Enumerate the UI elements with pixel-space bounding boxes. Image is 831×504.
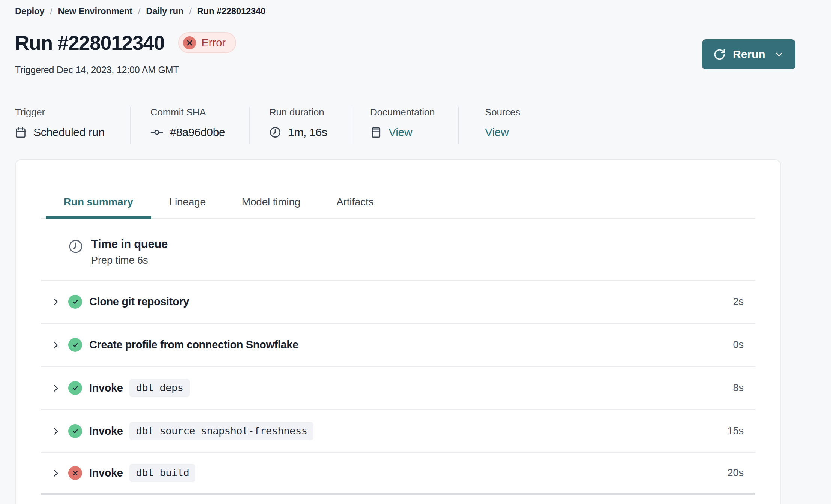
breadcrumb-separator: / <box>50 6 52 16</box>
page-title: Run #228012340 <box>15 33 165 53</box>
error-circle-icon <box>183 36 196 50</box>
step-title: Clone git repository <box>89 296 189 308</box>
clock-icon <box>68 239 83 266</box>
breadcrumb: Deploy / New Environment / Daily run / R… <box>15 6 266 16</box>
chevron-right-icon[interactable] <box>51 297 61 307</box>
step-row-dbt-build[interactable]: Invoke dbt build 20s <box>41 453 755 495</box>
metadata-documentation: Documentation View <box>352 106 458 144</box>
tab-artifacts[interactable]: Artifacts <box>318 196 392 218</box>
header: Run #228012340 Error <box>15 32 236 53</box>
step-duration: 0s <box>733 339 755 351</box>
metadata-sources: Sources View <box>459 106 556 144</box>
chevron-right-icon[interactable] <box>51 383 61 393</box>
command-chip: dbt source snapshot-freshness <box>129 422 314 440</box>
step-title: Invoke <box>89 425 123 437</box>
tab-bar: Run summary Lineage Model timing Artifac… <box>41 160 755 219</box>
metadata-value: Scheduled run <box>33 126 105 139</box>
metadata-commit-sha: Commit SHA #8a96d0be <box>131 106 249 144</box>
time-in-queue-section: Time in queue Prep time 6s <box>41 219 755 280</box>
step-title: Create profile from connection Snowflake <box>89 339 298 351</box>
breadcrumb-item-environment[interactable]: New Environment <box>58 6 132 16</box>
calendar-icon <box>15 127 27 138</box>
rerun-button[interactable]: Rerun <box>702 39 795 69</box>
prep-time-link[interactable]: Prep time 6s <box>91 255 148 266</box>
step-row-clone-git[interactable]: Clone git repository 2s <box>41 280 755 324</box>
metadata-label: Trigger <box>15 106 130 118</box>
success-check-icon <box>68 338 82 352</box>
metadata-run-duration: Run duration 1m, 16s <box>250 106 352 144</box>
tab-run-summary[interactable]: Run summary <box>46 196 151 218</box>
step-row-dbt-source-freshness[interactable]: Invoke dbt source snapshot-freshness 15s <box>41 410 755 453</box>
chevron-right-icon[interactable] <box>51 340 61 350</box>
step-duration: 15s <box>727 425 755 437</box>
tab-model-timing[interactable]: Model timing <box>224 196 318 218</box>
step-duration: 20s <box>727 467 755 479</box>
success-check-icon <box>68 424 82 438</box>
time-in-queue-title: Time in queue <box>91 237 168 251</box>
step-row-create-profile[interactable]: Create profile from connection Snowflake… <box>41 324 755 367</box>
clock-icon <box>269 126 281 138</box>
step-duration: 8s <box>733 382 755 394</box>
metadata-label: Documentation <box>370 106 458 118</box>
breadcrumb-item-job[interactable]: Daily run <box>146 6 183 16</box>
command-chip: dbt build <box>129 464 195 482</box>
status-badge: Error <box>178 32 236 53</box>
chevron-right-icon[interactable] <box>51 468 61 478</box>
run-metadata: Trigger Scheduled run Commit SHA <box>15 106 556 144</box>
breadcrumb-separator: / <box>189 6 191 16</box>
step-title: Invoke <box>89 467 123 479</box>
metadata-value: #8a96d0be <box>170 126 225 139</box>
triggered-timestamp: Triggered Dec 14, 2023, 12:00 AM GMT <box>15 64 179 75</box>
tab-lineage[interactable]: Lineage <box>151 196 224 218</box>
run-details-card: Run summary Lineage Model timing Artifac… <box>15 159 781 504</box>
rerun-icon <box>713 48 726 61</box>
step-title: Invoke <box>89 382 123 394</box>
success-check-icon <box>68 295 82 309</box>
commit-icon <box>150 126 163 139</box>
document-icon <box>370 127 382 138</box>
metadata-trigger: Trigger Scheduled run <box>15 106 130 144</box>
rerun-button-label: Rerun <box>733 48 765 61</box>
breadcrumb-separator: / <box>138 6 140 16</box>
metadata-label: Run duration <box>269 106 352 118</box>
breadcrumb-item-deploy[interactable]: Deploy <box>15 6 44 16</box>
breadcrumb-item-run: Run #228012340 <box>197 6 266 16</box>
chevron-right-icon[interactable] <box>51 426 61 436</box>
step-duration: 2s <box>733 296 755 308</box>
error-x-icon <box>68 466 82 480</box>
metadata-label: Sources <box>485 106 556 118</box>
metadata-value: 1m, 16s <box>288 126 327 139</box>
chevron-down-icon[interactable] <box>774 50 784 60</box>
step-row-dbt-deps[interactable]: Invoke dbt deps 8s <box>41 367 755 410</box>
status-badge-label: Error <box>202 37 226 49</box>
command-chip: dbt deps <box>129 379 189 397</box>
documentation-view-link[interactable]: View <box>388 126 412 139</box>
success-check-icon <box>68 381 82 395</box>
metadata-label: Commit SHA <box>150 106 249 118</box>
sources-view-link[interactable]: View <box>485 126 508 139</box>
